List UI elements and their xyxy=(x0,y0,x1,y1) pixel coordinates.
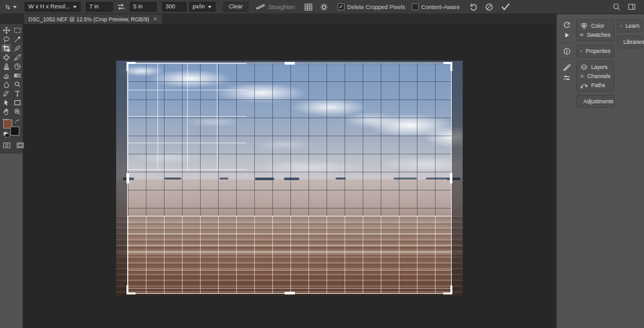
crop-height-input[interactable]: 5 in xyxy=(130,2,157,12)
swatches-panel-icon xyxy=(580,31,583,39)
delete-cropped-pixels-checkbox[interactable]: ✓ Delete Cropped Pixels xyxy=(337,3,405,10)
panel-group-properties: Properties xyxy=(576,45,614,57)
tool-hand[interactable] xyxy=(1,107,11,116)
crop-width-input[interactable]: 7 in xyxy=(86,2,113,12)
panel-tab-channels[interactable]: Channels xyxy=(577,72,614,81)
cancel-crop-icon[interactable] xyxy=(483,1,495,13)
tool-marquee[interactable] xyxy=(12,26,22,34)
learn-bulb-icon xyxy=(620,23,622,30)
straighten-label[interactable]: Straighten xyxy=(268,4,295,10)
panel-tab-learn[interactable]: Learn xyxy=(618,21,642,30)
tool-pen[interactable] xyxy=(1,89,11,97)
resolution-input[interactable]: 300 xyxy=(162,2,186,12)
tool-brush[interactable] xyxy=(12,53,22,61)
panel-label-properties: Properties xyxy=(585,48,610,54)
crop-handle-top-right[interactable] xyxy=(443,62,452,71)
panel-label-color: Color xyxy=(591,23,604,29)
document-tab-title: DSC_1052.NEF @ 12.5% (Crop Preview, RGB/… xyxy=(28,16,149,23)
commit-crop-icon[interactable] xyxy=(500,1,512,13)
checkbox-checked-icon: ✓ xyxy=(337,3,345,10)
tool-type[interactable] xyxy=(12,89,22,97)
document-canvas[interactable] xyxy=(24,24,556,328)
panel-column: Color Swatches Properties Layers xyxy=(576,19,614,111)
tool-rectangle[interactable] xyxy=(12,98,22,107)
crop-handle-bottom-left[interactable] xyxy=(126,285,136,294)
left-dock: ••• xyxy=(0,24,23,328)
photoshop-window: W x H x Resol... 7 in 5 in 300 px/in Cle… xyxy=(0,0,644,328)
history-panel-icon[interactable] xyxy=(560,19,574,30)
tool-clone-stamp[interactable] xyxy=(1,62,11,70)
resolution-unit-label: px/in xyxy=(193,3,205,11)
photo xyxy=(116,61,463,296)
tool-dodge[interactable] xyxy=(12,80,22,88)
panel-icon-strip xyxy=(559,19,575,83)
tool-zoom[interactable] xyxy=(12,107,22,116)
panel-tab-color[interactable]: Color xyxy=(577,21,614,30)
overlay-options-icon[interactable] xyxy=(303,1,314,13)
tool-crop[interactable] xyxy=(1,44,11,52)
panel-group-libraries: Libraries xyxy=(617,36,643,48)
panel-label-channels: Channels xyxy=(587,73,610,79)
layers-panel-icon xyxy=(580,63,588,71)
panel-tab-adjustments[interactable]: Adjustments xyxy=(577,97,614,106)
tool-path-selection[interactable] xyxy=(1,98,11,107)
tool-healing-brush[interactable] xyxy=(1,53,11,61)
tool-gradient[interactable] xyxy=(12,71,22,79)
tools-panel: ••• xyxy=(0,24,23,154)
options-bar: W x H x Resol... 7 in 5 in 300 px/in Cle… xyxy=(0,0,644,14)
panel-tab-layers[interactable]: Layers xyxy=(577,63,614,72)
crop-subgrid-overlay xyxy=(128,63,247,170)
tool-move[interactable] xyxy=(1,26,11,34)
swap-colors-icon[interactable] xyxy=(15,119,20,125)
brush-settings-panel-icon[interactable] xyxy=(560,62,574,72)
chevron-down-icon xyxy=(208,6,212,8)
document-tab-bar: DSC_1052.NEF @ 12.5% (Crop Preview, RGB/… xyxy=(0,14,644,24)
crop-handle-left[interactable] xyxy=(126,173,129,183)
panel-strip-divider xyxy=(561,59,573,59)
tool-eyedropper[interactable] xyxy=(12,44,22,52)
crop-handle-top[interactable] xyxy=(285,62,295,65)
swap-dimensions-icon[interactable] xyxy=(116,1,127,13)
color-swatches xyxy=(3,119,21,137)
crop-handle-bottom[interactable] xyxy=(285,292,295,294)
clear-button[interactable]: Clear xyxy=(223,2,249,12)
search-icon[interactable] xyxy=(610,1,622,13)
tool-quick-selection[interactable] xyxy=(12,35,22,43)
tool-history-brush[interactable] xyxy=(12,62,22,70)
reset-crop-icon[interactable] xyxy=(468,1,479,13)
tool-eraser[interactable] xyxy=(1,71,11,79)
panel-group-learn: Learn xyxy=(617,19,643,32)
chevron-down-icon xyxy=(73,6,77,8)
checkbox-unchecked-icon xyxy=(412,3,419,10)
panel-tab-swatches[interactable]: Swatches xyxy=(577,30,614,39)
crop-ratio-dropdown[interactable]: W x H x Resol... xyxy=(25,2,81,12)
tool-blur[interactable] xyxy=(1,80,11,88)
chevron-down-icon xyxy=(13,6,17,8)
tool-presets-panel-icon[interactable] xyxy=(560,72,574,83)
crop-box[interactable] xyxy=(127,63,452,294)
info-panel-icon[interactable] xyxy=(560,46,574,56)
crop-handle-top-left[interactable] xyxy=(126,62,136,71)
crop-handle-bottom-right[interactable] xyxy=(443,285,452,294)
default-colors-icon[interactable] xyxy=(3,132,8,136)
crop-tool-preset-icon[interactable] xyxy=(5,1,17,13)
crop-handle-right[interactable] xyxy=(450,173,452,183)
crop-ratio-label: W x H x Resol... xyxy=(28,3,70,11)
actions-panel-icon[interactable] xyxy=(560,30,574,40)
quick-mask-icon[interactable] xyxy=(3,141,11,149)
tool-lasso[interactable] xyxy=(1,35,11,43)
close-tab-icon[interactable]: ✕ xyxy=(153,16,157,22)
panel-tab-libraries[interactable]: Libraries xyxy=(618,37,642,46)
panel-label-adjustments: Adjustments xyxy=(583,98,614,105)
panel-tab-properties[interactable]: Properties xyxy=(577,46,614,56)
straighten-icon[interactable] xyxy=(255,1,267,13)
color-panel-icon xyxy=(580,22,588,30)
workspace-switcher-icon[interactable] xyxy=(626,1,638,13)
panel-tab-paths[interactable]: Paths xyxy=(577,81,614,90)
document-tab[interactable]: DSC_1052.NEF @ 12.5% (Crop Preview, RGB/… xyxy=(24,14,162,24)
crop-settings-gear-icon[interactable] xyxy=(318,1,330,13)
content-aware-checkbox[interactable]: Content-Aware xyxy=(412,3,460,10)
resolution-unit-dropdown[interactable]: px/in xyxy=(189,2,216,12)
panel-label-libraries: Libraries xyxy=(623,39,644,45)
background-color-swatch[interactable] xyxy=(10,127,19,136)
